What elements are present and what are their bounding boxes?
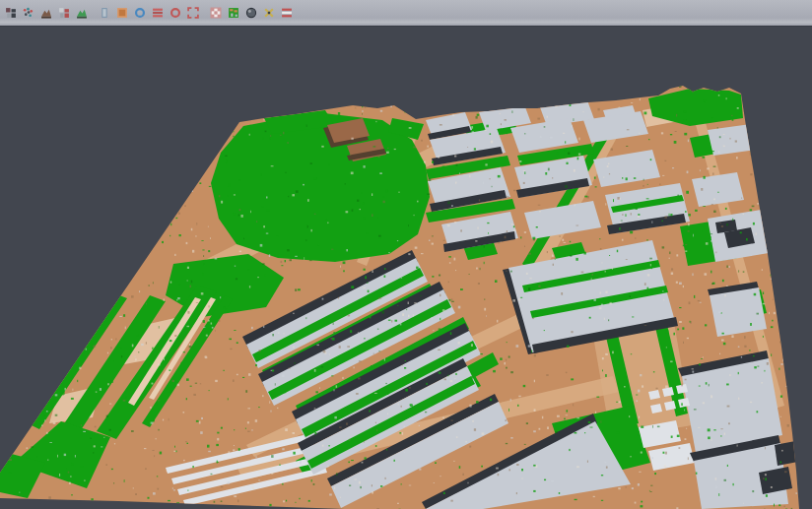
grid-button[interactable] [208, 4, 225, 23]
classification-icon [228, 7, 239, 19]
3d-viewport[interactable] [0, 27, 812, 509]
sync-icon [134, 7, 146, 19]
mesh-icon [58, 7, 70, 19]
region-icon [187, 7, 199, 19]
scene-canvas [0, 27, 812, 509]
import-button[interactable] [3, 4, 20, 23]
dense-cloud-icon [40, 7, 52, 19]
classification-button[interactable] [226, 4, 242, 23]
terrain-button[interactable] [74, 4, 91, 23]
align-photos-icon [23, 7, 34, 19]
measure-icon [281, 7, 293, 19]
terrain-icon [76, 7, 88, 19]
sphere-icon [245, 7, 257, 19]
sphere-button[interactable] [243, 4, 260, 23]
cut-button[interactable] [261, 4, 278, 23]
cut-icon [263, 7, 275, 19]
import-icon [5, 7, 17, 19]
toolbar-separator [202, 4, 207, 23]
layers-icon [152, 7, 164, 19]
layers-button[interactable] [150, 4, 167, 23]
circle-select-icon [169, 7, 181, 19]
sync-button[interactable] [132, 4, 149, 23]
orthomosaic-icon [116, 7, 128, 19]
grid-icon [210, 7, 222, 19]
measure-button[interactable] [279, 4, 296, 23]
dense-cloud-button[interactable] [38, 4, 55, 23]
region-button[interactable] [185, 4, 202, 23]
main-toolbar [0, 0, 812, 27]
mesh-button[interactable] [56, 4, 73, 23]
circle-select-button[interactable] [168, 4, 184, 23]
dem-icon [99, 7, 110, 19]
toolbar-separator [91, 4, 96, 23]
dem-button[interactable] [97, 4, 113, 23]
app-window [0, 0, 812, 509]
align-photos-button[interactable] [21, 4, 37, 23]
orthomosaic-button[interactable] [114, 4, 131, 23]
